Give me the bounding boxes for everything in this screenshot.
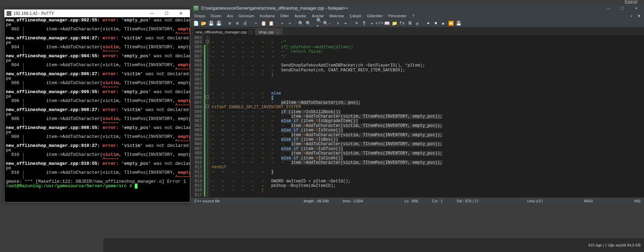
status-ln: Ln : 896 — [405, 199, 418, 203]
new-file-icon[interactable]: 📄 — [193, 20, 199, 27]
menu-bar[interactable]: DosyaDüzenAraGörünümKodlamaDillerAyarlar… — [191, 12, 644, 19]
menu-item[interactable]: Makrolar — [327, 13, 346, 19]
save-all-icon[interactable]: 💾 — [216, 20, 222, 27]
maximize-button[interactable]: ☐ — [160, 10, 173, 17]
fold-box-icon[interactable]: - — [206, 105, 209, 108]
terminal-output[interactable]: new_offlineshop_manager.cpp:902:55: erro… — [4, 17, 190, 189]
redo-icon[interactable]: ↷ — [287, 20, 293, 27]
tab-label: new_offlineshop_manager.cpp — [195, 30, 247, 34]
editor[interactable]: 883 884 885 886 887 888 889 890 891 892 … — [191, 35, 644, 197]
tab[interactable]: new_offlineshop_manager.cpp× — [193, 28, 255, 35]
status-length: length : 86.549 — [304, 199, 329, 203]
file-type: C++ source file — [194, 199, 220, 203]
zoom-in-icon[interactable]: 🔍+ — [316, 20, 323, 27]
notepadpp-window: D:\sw\gamesource\Server\game\src\new_off… — [191, 4, 644, 204]
putty-icon — [7, 11, 11, 16]
indent-icon[interactable]: ⇥ — [369, 20, 375, 27]
status-eol: Unix (LF) — [527, 199, 543, 203]
save-macro-icon[interactable]: 💾 — [456, 20, 462, 27]
maximize-button[interactable]: ☐ — [617, 6, 627, 11]
putty-title-text: 192.168.1.42 - PuTTY — [13, 11, 54, 16]
taskbar[interactable]: 315 öge | 1 öğe seçildi 84,5 KB — [103, 238, 644, 252]
fold-box-icon[interactable]: - — [206, 95, 209, 99]
record-icon[interactable]: ● — [425, 20, 431, 27]
close-all-icon[interactable]: ⊗ — [234, 20, 241, 27]
fold-box-icon[interactable]: - — [206, 40, 209, 43]
close-tab-icon[interactable]: × — [276, 30, 280, 34]
close-button[interactable]: ✕ — [174, 10, 188, 17]
tab-label: shop.cpp — [258, 30, 274, 34]
undo-icon[interactable]: ↶ — [279, 20, 285, 27]
tab-bar: new_offlineshop_manager.cpp×shop.cpp× — [191, 28, 644, 35]
fold-margin[interactable]: - - - — [205, 35, 210, 197]
menu-item[interactable]: Eklentiler — [365, 13, 385, 19]
para-icon[interactable]: ¶ — [361, 20, 367, 27]
replace-icon[interactable]: 🔍 — [305, 20, 311, 27]
monitor-icon[interactable]: 🖥 — [407, 20, 413, 27]
stop-icon[interactable]: ■ — [433, 20, 439, 27]
menu-item[interactable]: Ayarlar — [292, 13, 308, 19]
notepadpp-icon — [194, 6, 198, 11]
status-enc: ANSI — [584, 199, 593, 203]
menu-item[interactable]: Dosya — [192, 13, 207, 19]
menu-item[interactable]: Görünüm — [236, 13, 256, 19]
zoom-out-icon[interactable]: 🔍- — [324, 20, 330, 27]
map-icon[interactable]: 📖 — [384, 20, 390, 27]
search-icon[interactable]: 🔍 — [298, 20, 304, 27]
menu-item[interactable]: Diller — [278, 13, 291, 19]
add-icon[interactable]: + — [629, 13, 634, 19]
tray-items-text: 315 öge | 1 öğe seçildi 84,5 KB — [588, 243, 641, 247]
open-file-icon[interactable]: 📂 — [201, 20, 207, 27]
minimize-button[interactable]: — — [145, 10, 159, 17]
status-bar: C++ source file length : 86.549 lines : … — [191, 197, 644, 204]
fn-icon[interactable]: fx — [399, 20, 405, 27]
target-icon[interactable]: ◎ — [414, 20, 420, 27]
menu-item[interactable]: Çalıştır — [348, 13, 364, 19]
sync-v-icon[interactable]: ⬍ — [335, 20, 341, 27]
shortcut-label: Kısayol — [625, 0, 637, 3]
menu-item[interactable]: ? — [410, 13, 416, 19]
close-button[interactable]: ✕ — [631, 6, 641, 11]
print-icon[interactable]: 🖨 — [242, 20, 248, 27]
fold-icon[interactable]: 📁 — [391, 20, 398, 27]
play-icon[interactable]: ▶ — [440, 20, 447, 27]
status-mode: INS — [634, 199, 641, 203]
putty-window: 192.168.1.42 - PuTTY — ☐ ✕ new_offlinesh… — [4, 9, 190, 202]
putty-titlebar[interactable]: 192.168.1.42 - PuTTY — ☐ ✕ — [4, 10, 190, 17]
menu-item[interactable]: Ara — [225, 13, 235, 19]
close-icon[interactable]: ⊗ — [227, 20, 233, 27]
toolbar: 📄 📂 💾 💾 | ⊗ ⊗ 🖨 | ✂ 📋 📋 | ↶ ↷ | 🔍 🔍 | 🔍+… — [191, 19, 644, 28]
sync-h-icon[interactable]: ⬌ — [343, 20, 349, 27]
npp-title-text: D:\sw\gamesource\Server\game\src\new_off… — [201, 6, 348, 11]
menu-item[interactable]: Pencereler — [386, 13, 409, 19]
save-icon[interactable]: 💾 — [208, 20, 214, 27]
status-col: Col : 1 — [432, 199, 443, 203]
line-numbers: 883 884 885 886 887 888 889 890 891 892 … — [191, 35, 204, 197]
close-tab-icon[interactable]: × — [249, 30, 253, 34]
fast-icon[interactable]: ⏩ — [448, 20, 454, 27]
tray: 315 öge | 1 öğe seçildi 84,5 KB — [588, 243, 641, 247]
npp-titlebar[interactable]: D:\sw\gamesource\Server\game\src\new_off… — [191, 4, 644, 12]
cut-icon[interactable]: ✂ — [253, 20, 259, 27]
menu-item[interactable]: Düzen — [208, 13, 224, 19]
paste-icon[interactable]: 📋 — [268, 20, 274, 27]
copy-icon[interactable]: 📋 — [260, 20, 267, 27]
minimize-button[interactable]: — — [603, 6, 614, 11]
tab[interactable]: shop.cpp× — [256, 28, 283, 35]
dropdown-icon[interactable]: ▼ — [635, 13, 643, 19]
lang-icon[interactable]: </> — [376, 20, 382, 27]
code-area[interactable]: → → → → → → → /* → → → → → → → if(!pSafe… — [210, 35, 644, 197]
menu-item[interactable]: Kodlama — [258, 13, 277, 19]
status-sel: Sel : 676 | 17 — [457, 199, 479, 203]
wrap-icon[interactable]: ≡ — [354, 20, 360, 27]
status-lines: lines : 3.604 — [343, 199, 363, 203]
